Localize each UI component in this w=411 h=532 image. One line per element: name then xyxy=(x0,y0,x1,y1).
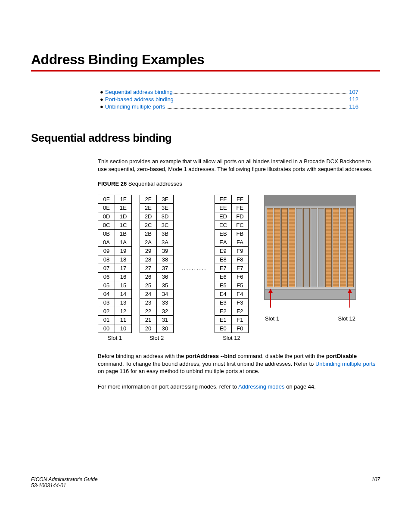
address-table: EFFFEEFEEDFDECFCEBFBEAFAE9F9E8F8E7F7E6F6… xyxy=(215,195,249,333)
addr-cell: 0E xyxy=(98,204,115,212)
addr-cell: 32 xyxy=(157,307,174,316)
addr-cell: 07 xyxy=(98,264,115,273)
addr-cell: 1D xyxy=(115,212,132,221)
addr-cell: 0A xyxy=(98,238,115,247)
footer-page-number: 107 xyxy=(371,476,380,488)
toc-page: 112 xyxy=(349,96,358,103)
addr-cell: 05 xyxy=(98,281,115,290)
addr-cell: 1C xyxy=(115,221,132,230)
cmd-portaddress-bind: portAddress --bind xyxy=(186,353,236,359)
slot-label: Slot 2 xyxy=(149,335,164,341)
page-title: Address Binding Examples xyxy=(31,52,380,68)
addr-cell: FA xyxy=(231,238,248,247)
addr-cell: 3F xyxy=(157,195,174,204)
addr-cell: 23 xyxy=(140,299,157,307)
addr-cell: 33 xyxy=(157,299,174,307)
addr-cell: F5 xyxy=(231,281,248,290)
addr-cell: 31 xyxy=(157,316,174,324)
toc-link[interactable]: Sequential address binding xyxy=(105,89,173,95)
addr-cell: 3B xyxy=(157,230,174,238)
addr-cell: 3E xyxy=(157,204,174,212)
addr-cell: 02 xyxy=(98,307,115,316)
addr-cell: 2F xyxy=(140,195,157,204)
addr-cell: 09 xyxy=(98,247,115,255)
figure-label-text: Sequential addresses xyxy=(127,180,182,187)
addr-cell: 2E xyxy=(140,204,157,212)
addr-cell: F3 xyxy=(231,299,248,307)
addr-cell: 35 xyxy=(157,281,174,290)
slot-block: 2F3F2E3E2D3D2C3C2B3B2A3A2939283827372636… xyxy=(140,195,174,341)
toc-row: ●Sequential address binding107 xyxy=(100,89,358,95)
addr-cell: 0C xyxy=(98,221,115,230)
addr-cell: E4 xyxy=(215,290,231,299)
addr-cell: 39 xyxy=(157,247,174,255)
addr-cell: E8 xyxy=(215,255,231,264)
addr-cell: 36 xyxy=(157,273,174,281)
link-addressing-modes[interactable]: Addressing modes xyxy=(238,383,285,390)
section-heading: Sequential address binding xyxy=(31,131,380,145)
toc-dots xyxy=(174,93,349,94)
addr-cell: 08 xyxy=(98,255,115,264)
addr-cell: F0 xyxy=(231,324,248,333)
ellipsis-icon: .......... xyxy=(181,264,207,271)
addr-cell: E6 xyxy=(215,273,231,281)
addr-cell: 3C xyxy=(157,221,174,230)
addr-cell: 1F xyxy=(115,195,132,204)
addr-cell: F8 xyxy=(231,255,248,264)
slot-label: Slot 12 xyxy=(223,335,240,341)
addr-cell: E0 xyxy=(215,324,231,333)
slot-label: Slot 1 xyxy=(108,335,122,341)
addr-cell: 11 xyxy=(115,316,132,324)
page-footer: FICON Administrator's Guide 53-1003144-0… xyxy=(31,476,380,488)
toc-link[interactable]: Unbinding multiple ports xyxy=(105,103,165,110)
cmd-portdisable: portDisable xyxy=(326,353,357,359)
figure-26: 0F1F0E1E0D1D0C1C0B1B0A1A0919081807170616… xyxy=(98,195,380,341)
addr-cell: 18 xyxy=(115,255,132,264)
addr-cell: 38 xyxy=(157,255,174,264)
paragraph-3: For more information on port addressing … xyxy=(98,383,380,391)
bullet-icon: ● xyxy=(100,89,103,95)
toc-link[interactable]: Port-based address binding xyxy=(105,96,174,103)
title-rule xyxy=(31,70,380,72)
addr-cell: 24 xyxy=(140,290,157,299)
addr-cell: 19 xyxy=(115,247,132,255)
addr-cell: F4 xyxy=(231,290,248,299)
paragraph-2: Before binding an address with the portA… xyxy=(98,352,380,375)
addr-cell: 37 xyxy=(157,264,174,273)
addr-cell: 3A xyxy=(157,238,174,247)
addr-cell: FF xyxy=(231,195,248,204)
addr-cell: FE xyxy=(231,204,248,212)
addr-cell: FC xyxy=(231,221,248,230)
addr-cell: E2 xyxy=(215,307,231,316)
footer-docnum: 53-1003144-01 xyxy=(31,482,98,488)
addr-cell: 1A xyxy=(115,238,132,247)
addr-cell: 14 xyxy=(115,290,132,299)
addr-cell: F7 xyxy=(231,264,248,273)
addr-cell: 12 xyxy=(115,307,132,316)
addr-cell: 06 xyxy=(98,273,115,281)
addr-cell: EA xyxy=(215,238,231,247)
link-unbinding-ports[interactable]: Unbinding multiple ports xyxy=(315,361,375,367)
addr-cell: EE xyxy=(215,204,231,212)
addr-cell: 2C xyxy=(140,221,157,230)
addr-cell: 16 xyxy=(115,273,132,281)
addr-cell: 15 xyxy=(115,281,132,290)
addr-cell: 0F xyxy=(98,195,115,204)
toc: ●Sequential address binding107●Port-base… xyxy=(100,89,358,110)
toc-dots xyxy=(174,100,348,101)
toc-page: 107 xyxy=(349,89,358,95)
addr-cell: 1E xyxy=(115,204,132,212)
addr-cell: 27 xyxy=(140,264,157,273)
addr-cell: 25 xyxy=(140,281,157,290)
bullet-icon: ● xyxy=(100,96,103,103)
addr-cell: F9 xyxy=(231,247,248,255)
addr-cell: 21 xyxy=(140,316,157,324)
intro-paragraph: This section provides an example that wi… xyxy=(98,158,380,173)
chassis-slot12-label: Slot 12 xyxy=(338,315,355,322)
addr-cell: 0B xyxy=(98,230,115,238)
addr-cell: 20 xyxy=(140,324,157,333)
addr-cell: 2B xyxy=(140,230,157,238)
addr-cell: 04 xyxy=(98,290,115,299)
figure-label-bold: FIGURE 26 xyxy=(98,180,127,187)
toc-row: ●Unbinding multiple ports116 xyxy=(100,103,358,110)
